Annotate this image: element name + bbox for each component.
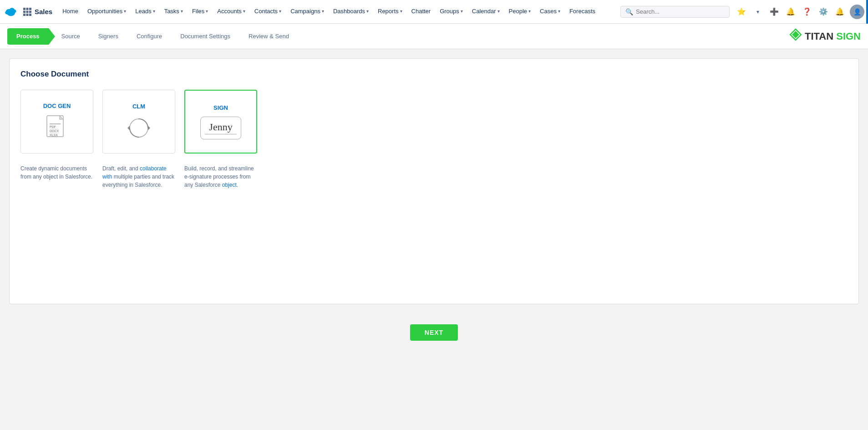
titan-brand-text: TITAN SIGN: [805, 31, 861, 42]
svg-marker-25: [127, 126, 130, 130]
chevron-down-icon: ▾: [322, 9, 324, 14]
svg-rect-9: [26, 10, 29, 13]
wizard-steps: Process Source Signers Configure Documen…: [7, 28, 298, 45]
nav-item-campaigns[interactable]: Campaigns ▾: [286, 0, 329, 24]
content-card: Choose Document DOC GEN PDF DOC: [9, 58, 859, 304]
svg-rect-7: [29, 8, 31, 10]
svg-rect-8: [23, 10, 25, 13]
doc-options: DOC GEN PDF DOCX XLSX: [20, 90, 848, 154]
svg-marker-24: [148, 126, 150, 130]
signature-text: Jenny: [209, 121, 232, 133]
chevron-down-icon: ▾: [497, 9, 500, 14]
chevron-down-icon: ▾: [181, 9, 183, 14]
svg-text:PDF: PDF: [50, 125, 56, 128]
chevron-down-icon: ▾: [153, 9, 155, 14]
add-icon[interactable]: ➕: [768, 5, 781, 18]
svg-text:DOCX: DOCX: [50, 129, 59, 133]
user-avatar[interactable]: 👤: [850, 5, 864, 19]
sign-icon: Jenny: [200, 117, 241, 139]
notifications-bell-icon[interactable]: 🔔: [833, 5, 846, 18]
chevron-down-icon: ▾: [124, 9, 126, 14]
choose-document-title: Choose Document: [20, 70, 848, 79]
sf-logo[interactable]: [4, 4, 22, 20]
docgen-description: Create dynamic documents from any object…: [20, 164, 93, 189]
global-search[interactable]: 🔍: [620, 6, 730, 18]
nav-item-calendar[interactable]: Calendar ▾: [467, 0, 504, 24]
chevron-down-icon: ▾: [400, 9, 402, 14]
svg-rect-5: [23, 8, 25, 10]
nav-item-accounts[interactable]: Accounts ▾: [213, 0, 249, 24]
nav-item-leads[interactable]: Leads ▾: [131, 0, 159, 24]
svg-rect-12: [26, 14, 29, 16]
wizard-bar: Process Source Signers Configure Documen…: [0, 24, 868, 49]
wizard-step-signers[interactable]: Signers: [89, 28, 127, 45]
notification-icon[interactable]: 🔔: [784, 5, 797, 18]
nav-item-tasks[interactable]: Tasks ▾: [160, 0, 188, 24]
svg-rect-6: [26, 8, 29, 10]
nav-item-chatter[interactable]: Chatter: [407, 0, 436, 24]
svg-rect-10: [29, 10, 31, 13]
wizard-step-document-settings[interactable]: Document Settings: [171, 28, 239, 45]
main-content: Choose Document DOC GEN PDF DOC: [0, 49, 868, 313]
docgen-icon: PDF DOCX XLSX: [45, 115, 69, 141]
wizard-step-review-send[interactable]: Review & Send: [239, 28, 298, 45]
docgen-card[interactable]: DOC GEN PDF DOCX XLSX: [20, 90, 93, 154]
clm-description: Draft, edit, and collaborate with multip…: [102, 164, 175, 189]
svg-text:XLSX: XLSX: [50, 133, 58, 137]
sign-card[interactable]: SIGN Jenny: [184, 90, 257, 154]
chevron-down-icon: ▾: [279, 9, 281, 14]
next-button[interactable]: NEXT: [410, 324, 458, 341]
svg-rect-11: [23, 14, 25, 16]
chevron-down-icon: ▾: [528, 9, 531, 14]
nav-item-opportunities[interactable]: Opportunities ▾: [83, 0, 131, 24]
doc-descriptions: Create dynamic documents from any object…: [20, 164, 848, 189]
chevron-down-icon: ▾: [366, 9, 369, 14]
nav-item-groups[interactable]: Groups ▾: [435, 0, 467, 24]
svg-point-4: [7, 10, 15, 16]
help-icon[interactable]: ❓: [801, 5, 813, 18]
nav-item-reports[interactable]: Reports ▾: [373, 0, 407, 24]
nav-item-dashboards[interactable]: Dashboards ▾: [329, 0, 373, 24]
wizard-step-configure[interactable]: Configure: [127, 28, 171, 45]
nav-item-people[interactable]: People ▾: [504, 0, 535, 24]
top-navigation: Sales Home Opportunities ▾ Leads ▾ Tasks…: [0, 0, 868, 24]
clm-title: CLM: [132, 103, 145, 110]
nav-item-cases[interactable]: Cases ▾: [535, 0, 565, 24]
chevron-down-icon: ▾: [461, 9, 463, 14]
chevron-down-icon: ▾: [243, 9, 245, 14]
settings-icon[interactable]: ⚙️: [817, 5, 830, 18]
titan-diamond-icon: [789, 28, 802, 44]
nav-item-files[interactable]: Files ▾: [188, 0, 213, 24]
sign-object-link[interactable]: object: [222, 182, 237, 188]
search-input[interactable]: [636, 8, 725, 15]
footer: NEXT: [0, 313, 868, 352]
app-name: Sales: [35, 8, 52, 15]
chevron-down-icon: ▾: [206, 9, 208, 14]
sign-title: SIGN: [213, 104, 228, 111]
sign-description: Build, record, and streamline e-signatur…: [184, 164, 257, 189]
app-launcher-icon[interactable]: [22, 6, 33, 17]
titan-sign-logo: TITAN SIGN: [789, 28, 861, 44]
svg-rect-13: [29, 14, 31, 16]
nav-end-line: [866, 0, 868, 24]
search-icon: 🔍: [625, 8, 633, 15]
favorites-icon[interactable]: ⭐: [735, 5, 748, 18]
nav-item-forecasts[interactable]: Forecasts: [565, 0, 600, 24]
nav-item-contacts[interactable]: Contacts ▾: [250, 0, 286, 24]
nav-item-home[interactable]: Home: [58, 0, 83, 24]
nav-actions: ⭐ ▾ ➕ 🔔 ❓ ⚙️ 🔔 👤: [735, 5, 864, 19]
clm-icon: [126, 115, 152, 141]
favorites-dropdown-icon[interactable]: ▾: [751, 5, 764, 18]
docgen-title: DOC GEN: [43, 102, 71, 109]
chevron-down-icon: ▾: [558, 9, 560, 14]
clm-card[interactable]: CLM: [102, 90, 175, 154]
wizard-step-process[interactable]: Process: [7, 28, 49, 45]
nav-items-list: Home Opportunities ▾ Leads ▾ Tasks ▾ Fil…: [58, 0, 615, 24]
